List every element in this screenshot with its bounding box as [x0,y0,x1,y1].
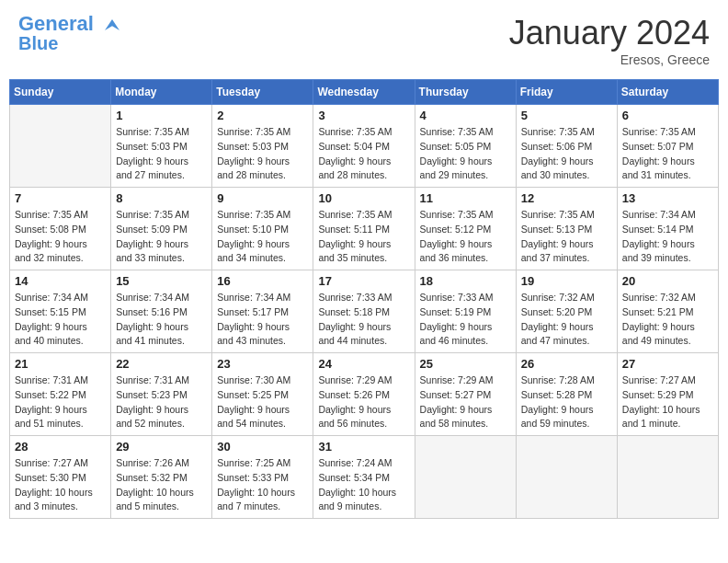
calendar-day-cell: 8Sunrise: 7:35 AMSunset: 5:09 PMDaylight… [111,188,212,270]
day-info-line: Daylight: 9 hours [116,155,207,169]
day-info: Sunrise: 7:29 AMSunset: 5:26 PMDaylight:… [318,373,409,431]
day-info-line: Sunset: 5:27 PM [420,388,511,403]
calendar-day-cell: 16Sunrise: 7:34 AMSunset: 5:17 PMDayligh… [212,270,313,353]
day-info-line: and 58 minutes. [420,417,511,431]
day-info-line: Daylight: 9 hours [420,320,511,335]
day-info-line: Daylight: 9 hours [622,237,713,252]
day-number: 13 [622,191,713,205]
day-info-line: and 41 minutes. [116,334,207,349]
day-info-line: Daylight: 10 hours [217,486,308,500]
day-info-line: Sunset: 5:21 PM [622,305,713,320]
day-info-line: and 36 minutes. [420,251,511,266]
day-info-line: Daylight: 9 hours [420,403,511,418]
day-info: Sunrise: 7:28 AMSunset: 5:28 PMDaylight:… [521,373,612,431]
day-info-line: Sunrise: 7:35 AM [318,208,409,223]
calendar-day-cell: 3Sunrise: 7:35 AMSunset: 5:04 PMDaylight… [313,105,415,188]
day-info-line: Sunset: 5:12 PM [420,223,511,237]
day-info-line: and 59 minutes. [521,417,612,431]
calendar-day-cell [516,436,617,519]
calendar-day-cell: 27Sunrise: 7:27 AMSunset: 5:29 PMDayligh… [617,353,718,436]
day-info-line: and 40 minutes. [15,334,106,349]
day-info-line: Sunrise: 7:32 AM [521,291,612,305]
day-info-line: Daylight: 9 hours [521,320,612,335]
day-number: 3 [318,109,409,122]
calendar-day-cell: 14Sunrise: 7:34 AMSunset: 5:15 PMDayligh… [10,270,111,353]
day-info-line: and 39 minutes. [622,251,713,266]
day-info: Sunrise: 7:35 AMSunset: 5:03 PMDaylight:… [116,125,207,183]
day-info-line: Daylight: 9 hours [318,403,409,418]
day-info-line: and 34 minutes. [217,251,308,266]
day-info-line: Sunrise: 7:34 AM [15,291,106,305]
day-info-line: Daylight: 9 hours [217,320,308,335]
day-info-line: Sunset: 5:26 PM [318,388,409,403]
day-info-line: Sunset: 5:23 PM [116,388,207,403]
day-info: Sunrise: 7:35 AMSunset: 5:12 PMDaylight:… [420,208,511,266]
day-info: Sunrise: 7:35 AMSunset: 5:08 PMDaylight:… [15,208,106,266]
day-info-line: Daylight: 9 hours [521,155,612,169]
day-info-line: Sunrise: 7:35 AM [521,208,612,223]
calendar-day-cell: 28Sunrise: 7:27 AMSunset: 5:30 PMDayligh… [10,436,111,519]
day-number: 19 [521,274,612,288]
weekday-header-wednesday: Wednesday [313,80,415,105]
calendar-table: SundayMondayTuesdayWednesdayThursdayFrid… [9,79,719,519]
day-info: Sunrise: 7:35 AMSunset: 5:07 PMDaylight:… [622,125,713,183]
day-info: Sunrise: 7:35 AMSunset: 5:11 PMDaylight:… [318,208,409,266]
day-number: 23 [217,357,308,371]
day-info-line: Sunset: 5:15 PM [15,305,106,320]
day-number: 20 [622,274,713,288]
calendar-day-cell: 7Sunrise: 7:35 AMSunset: 5:08 PMDaylight… [10,188,111,270]
day-info-line: Sunset: 5:34 PM [318,471,409,486]
month-title: January 2024 [509,14,710,52]
day-info-line: Daylight: 9 hours [116,320,207,335]
day-info: Sunrise: 7:33 AMSunset: 5:18 PMDaylight:… [318,291,409,349]
weekday-header-friday: Friday [516,80,617,105]
day-info-line: and 33 minutes. [116,251,207,266]
calendar-day-cell: 30Sunrise: 7:25 AMSunset: 5:33 PMDayligh… [212,436,313,519]
calendar-day-cell: 18Sunrise: 7:33 AMSunset: 5:19 PMDayligh… [415,270,516,353]
calendar-day-cell: 20Sunrise: 7:32 AMSunset: 5:21 PMDayligh… [617,270,718,353]
page-header: General Blue January 2024 Eresos, Greece [9,9,719,72]
calendar-day-cell: 21Sunrise: 7:31 AMSunset: 5:22 PMDayligh… [10,353,111,436]
day-info-line: Sunset: 5:08 PM [15,223,106,237]
day-info-line: Sunrise: 7:28 AM [521,373,612,388]
calendar-day-cell: 23Sunrise: 7:30 AMSunset: 5:25 PMDayligh… [212,353,313,436]
day-info-line: Sunset: 5:10 PM [217,223,308,237]
day-number: 17 [318,274,409,288]
day-info-line: and 35 minutes. [318,251,409,266]
day-info-line: and 47 minutes. [521,334,612,349]
day-info-line: and 9 minutes. [318,500,409,514]
day-number: 1 [116,109,207,122]
day-info: Sunrise: 7:25 AMSunset: 5:33 PMDaylight:… [217,456,308,514]
day-info-line: Sunset: 5:20 PM [521,305,612,320]
day-info: Sunrise: 7:34 AMSunset: 5:15 PMDaylight:… [15,291,106,349]
day-info-line: and 56 minutes. [318,417,409,431]
calendar-day-cell [10,105,111,188]
day-info-line: Sunrise: 7:31 AM [116,373,207,388]
day-number: 21 [15,357,106,371]
day-info-line: Sunrise: 7:35 AM [420,125,511,140]
calendar-day-cell: 17Sunrise: 7:33 AMSunset: 5:18 PMDayligh… [313,270,415,353]
day-info-line: Daylight: 9 hours [521,237,612,252]
day-info: Sunrise: 7:33 AMSunset: 5:19 PMDaylight:… [420,291,511,349]
day-info-line: and 29 minutes. [420,168,511,183]
day-info-line: Sunset: 5:16 PM [116,305,207,320]
weekday-header-tuesday: Tuesday [212,80,313,105]
day-info: Sunrise: 7:34 AMSunset: 5:17 PMDaylight:… [217,291,308,349]
day-info-line: and 7 minutes. [217,500,308,514]
day-info-line: Sunrise: 7:35 AM [116,125,207,140]
day-number: 5 [521,109,612,122]
day-info-line: Sunset: 5:19 PM [420,305,511,320]
day-info: Sunrise: 7:24 AMSunset: 5:34 PMDaylight:… [318,456,409,514]
day-number: 15 [116,274,207,288]
day-info-line: Sunrise: 7:35 AM [217,208,308,223]
day-info-line: Daylight: 9 hours [217,237,308,252]
day-info-line: Sunrise: 7:35 AM [521,125,612,140]
logo-general: General [18,12,94,35]
day-info-line: Sunrise: 7:34 AM [622,208,713,223]
calendar-week-row: 14Sunrise: 7:34 AMSunset: 5:15 PMDayligh… [10,270,719,353]
day-info-line: Daylight: 9 hours [318,155,409,169]
day-number: 31 [318,440,409,454]
day-info-line: and 27 minutes. [116,168,207,183]
calendar-day-cell: 29Sunrise: 7:26 AMSunset: 5:32 PMDayligh… [111,436,212,519]
calendar-day-cell: 24Sunrise: 7:29 AMSunset: 5:26 PMDayligh… [313,353,415,436]
